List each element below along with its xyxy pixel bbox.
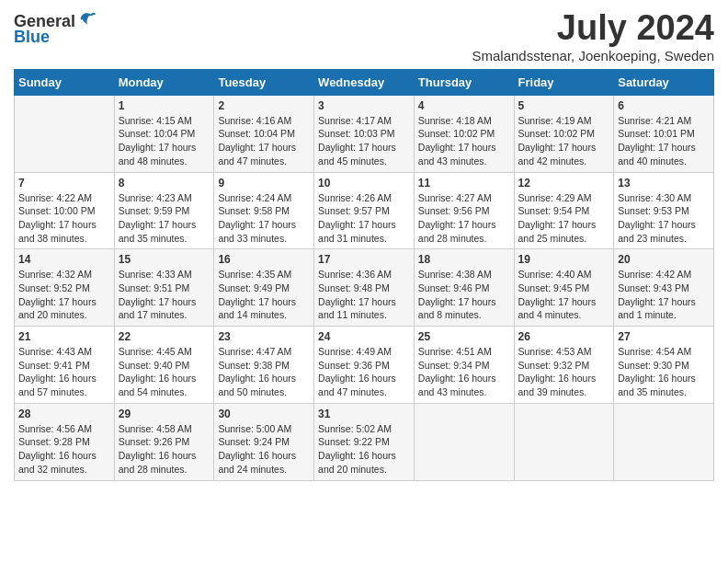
day-number: 20 — [618, 253, 710, 266]
calendar-cell: 30Sunrise: 5:00 AM Sunset: 9:24 PM Dayli… — [214, 403, 314, 480]
day-info: Sunrise: 4:38 AM Sunset: 9:46 PM Dayligh… — [418, 268, 510, 322]
calendar-cell: 21Sunrise: 4:43 AM Sunset: 9:41 PM Dayli… — [15, 327, 115, 404]
calendar-table: SundayMondayTuesdayWednesdayThursdayFrid… — [14, 69, 714, 481]
logo: General Blue — [14, 13, 97, 47]
day-number: 21 — [18, 330, 110, 343]
day-number: 22 — [119, 330, 210, 343]
calendar-cell: 23Sunrise: 4:47 AM Sunset: 9:38 PM Dayli… — [214, 327, 314, 404]
day-info: Sunrise: 5:00 AM Sunset: 9:24 PM Dayligh… — [218, 422, 310, 477]
day-number: 24 — [318, 330, 410, 343]
calendar-cell: 11Sunrise: 4:27 AM Sunset: 9:56 PM Dayli… — [414, 172, 514, 249]
calendar-header-friday: Friday — [514, 69, 614, 95]
day-number: 30 — [218, 408, 310, 420]
calendar-cell: 7Sunrise: 4:22 AM Sunset: 10:00 PM Dayli… — [15, 172, 115, 249]
day-info: Sunrise: 5:02 AM Sunset: 9:22 PM Dayligh… — [318, 422, 410, 477]
calendar-cell: 19Sunrise: 4:40 AM Sunset: 9:45 PM Dayli… — [514, 249, 614, 327]
day-number: 6 — [618, 99, 710, 112]
calendar-cell: 27Sunrise: 4:54 AM Sunset: 9:30 PM Dayli… — [614, 327, 714, 404]
day-number: 23 — [218, 330, 310, 343]
day-info: Sunrise: 4:49 AM Sunset: 9:36 PM Dayligh… — [318, 345, 410, 399]
calendar-header-tuesday: Tuesday — [214, 69, 314, 95]
day-number: 10 — [318, 177, 410, 190]
calendar-cell: 3Sunrise: 4:17 AM Sunset: 10:03 PM Dayli… — [314, 95, 415, 172]
day-number: 11 — [418, 177, 510, 190]
day-info: Sunrise: 4:26 AM Sunset: 9:57 PM Dayligh… — [318, 191, 410, 246]
calendar-cell: 31Sunrise: 5:02 AM Sunset: 9:22 PM Dayli… — [314, 403, 415, 480]
calendar-header-wednesday: Wednesday — [314, 69, 415, 95]
day-info: Sunrise: 4:18 AM Sunset: 10:02 PM Daylig… — [418, 114, 510, 168]
day-info: Sunrise: 4:43 AM Sunset: 9:41 PM Dayligh… — [18, 345, 110, 399]
day-info: Sunrise: 4:53 AM Sunset: 9:32 PM Dayligh… — [518, 345, 610, 399]
day-number: 2 — [218, 99, 310, 112]
day-number: 29 — [119, 408, 210, 420]
day-info: Sunrise: 4:27 AM Sunset: 9:56 PM Dayligh… — [418, 191, 510, 246]
day-number: 8 — [119, 177, 210, 190]
day-info: Sunrise: 4:56 AM Sunset: 9:28 PM Dayligh… — [18, 422, 110, 477]
day-info: Sunrise: 4:24 AM Sunset: 9:58 PM Dayligh… — [218, 191, 310, 246]
day-info: Sunrise: 4:22 AM Sunset: 10:00 PM Daylig… — [18, 191, 110, 246]
month-title: July 2024 — [472, 9, 714, 48]
logo-bird-icon — [77, 9, 97, 29]
subtitle: Smalandsstenar, Joenkoeping, Sweden — [472, 48, 714, 63]
day-number: 16 — [218, 253, 310, 266]
day-info: Sunrise: 4:30 AM Sunset: 9:53 PM Dayligh… — [618, 191, 710, 246]
calendar-cell: 15Sunrise: 4:33 AM Sunset: 9:51 PM Dayli… — [114, 249, 214, 327]
calendar-cell: 9Sunrise: 4:24 AM Sunset: 9:58 PM Daylig… — [214, 172, 314, 249]
calendar-header-thursday: Thursday — [414, 69, 514, 95]
calendar-cell — [414, 403, 514, 480]
day-number: 31 — [318, 408, 410, 420]
calendar-cell: 6Sunrise: 4:21 AM Sunset: 10:01 PM Dayli… — [614, 95, 714, 172]
calendar-cell: 4Sunrise: 4:18 AM Sunset: 10:02 PM Dayli… — [414, 95, 514, 172]
calendar-week-row: 14Sunrise: 4:32 AM Sunset: 9:52 PM Dayli… — [15, 249, 714, 327]
calendar-cell — [514, 403, 614, 480]
day-info: Sunrise: 4:33 AM Sunset: 9:51 PM Dayligh… — [119, 268, 210, 322]
calendar-week-row: 28Sunrise: 4:56 AM Sunset: 9:28 PM Dayli… — [15, 403, 714, 480]
title-block: July 2024 Smalandsstenar, Joenkoeping, S… — [472, 9, 714, 63]
calendar-cell: 25Sunrise: 4:51 AM Sunset: 9:34 PM Dayli… — [414, 327, 514, 404]
day-number: 9 — [218, 177, 310, 190]
calendar-cell: 16Sunrise: 4:35 AM Sunset: 9:49 PM Dayli… — [214, 249, 314, 327]
calendar-cell: 12Sunrise: 4:29 AM Sunset: 9:54 PM Dayli… — [514, 172, 614, 249]
calendar-week-row: 7Sunrise: 4:22 AM Sunset: 10:00 PM Dayli… — [15, 172, 714, 249]
calendar-cell: 22Sunrise: 4:45 AM Sunset: 9:40 PM Dayli… — [114, 327, 214, 404]
day-info: Sunrise: 4:29 AM Sunset: 9:54 PM Dayligh… — [518, 191, 610, 246]
calendar-header-row: SundayMondayTuesdayWednesdayThursdayFrid… — [15, 69, 714, 95]
day-number: 28 — [18, 408, 110, 420]
day-info: Sunrise: 4:19 AM Sunset: 10:02 PM Daylig… — [518, 114, 610, 168]
calendar-cell: 26Sunrise: 4:53 AM Sunset: 9:32 PM Dayli… — [514, 327, 614, 404]
day-number: 13 — [618, 177, 710, 190]
calendar-cell: 2Sunrise: 4:16 AM Sunset: 10:04 PM Dayli… — [214, 95, 314, 172]
day-info: Sunrise: 4:58 AM Sunset: 9:26 PM Dayligh… — [119, 422, 210, 477]
day-number: 12 — [518, 177, 610, 190]
calendar-cell: 28Sunrise: 4:56 AM Sunset: 9:28 PM Dayli… — [15, 403, 115, 480]
day-info: Sunrise: 4:47 AM Sunset: 9:38 PM Dayligh… — [218, 345, 310, 399]
day-number: 17 — [318, 253, 410, 266]
day-info: Sunrise: 4:32 AM Sunset: 9:52 PM Dayligh… — [18, 268, 110, 322]
day-info: Sunrise: 4:16 AM Sunset: 10:04 PM Daylig… — [218, 114, 310, 168]
calendar-cell: 13Sunrise: 4:30 AM Sunset: 9:53 PM Dayli… — [614, 172, 714, 249]
day-info: Sunrise: 4:42 AM Sunset: 9:43 PM Dayligh… — [618, 268, 710, 322]
day-number: 25 — [418, 330, 510, 343]
day-number: 26 — [518, 330, 610, 343]
calendar-cell — [614, 403, 714, 480]
day-info: Sunrise: 4:17 AM Sunset: 10:03 PM Daylig… — [318, 114, 410, 168]
day-number: 7 — [18, 177, 110, 190]
day-number: 3 — [318, 99, 410, 112]
calendar-cell: 24Sunrise: 4:49 AM Sunset: 9:36 PM Dayli… — [314, 327, 415, 404]
calendar-cell: 8Sunrise: 4:23 AM Sunset: 9:59 PM Daylig… — [114, 172, 214, 249]
calendar-cell: 18Sunrise: 4:38 AM Sunset: 9:46 PM Dayli… — [414, 249, 514, 327]
day-number: 14 — [18, 253, 110, 266]
calendar-cell — [15, 95, 115, 172]
day-number: 4 — [418, 99, 510, 112]
calendar-cell: 5Sunrise: 4:19 AM Sunset: 10:02 PM Dayli… — [514, 95, 614, 172]
page-header: General Blue July 2024 Smalandsstenar, J… — [14, 9, 714, 63]
day-info: Sunrise: 4:36 AM Sunset: 9:48 PM Dayligh… — [318, 268, 410, 322]
calendar-cell: 29Sunrise: 4:58 AM Sunset: 9:26 PM Dayli… — [114, 403, 214, 480]
day-info: Sunrise: 4:45 AM Sunset: 9:40 PM Dayligh… — [119, 345, 210, 399]
calendar-week-row: 1Sunrise: 4:15 AM Sunset: 10:04 PM Dayli… — [15, 95, 714, 172]
day-info: Sunrise: 4:35 AM Sunset: 9:49 PM Dayligh… — [218, 268, 310, 322]
day-number: 15 — [119, 253, 210, 266]
day-number: 19 — [518, 253, 610, 266]
calendar-cell: 14Sunrise: 4:32 AM Sunset: 9:52 PM Dayli… — [15, 249, 115, 327]
day-info: Sunrise: 4:23 AM Sunset: 9:59 PM Dayligh… — [119, 191, 210, 246]
